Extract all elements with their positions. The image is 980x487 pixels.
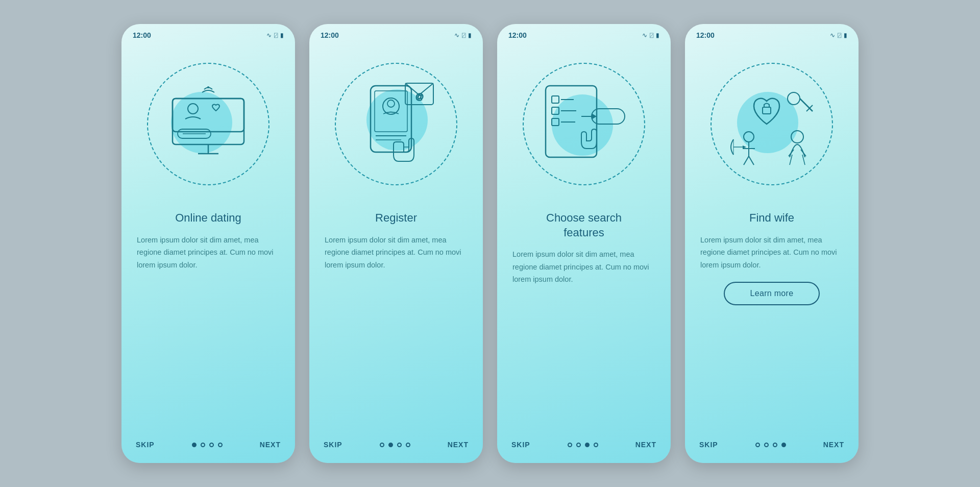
- phone-4: 12:00 ∿ ⍁ ▮: [685, 24, 859, 463]
- battery-icon-4: ▮: [844, 32, 847, 39]
- bottom-nav-1: SKIP NEXT: [121, 431, 295, 463]
- skip-3[interactable]: SKIP: [511, 441, 530, 449]
- content-area-1: Online dating Lorem ipsum dolor sit dim …: [121, 206, 295, 431]
- svg-line-36: [749, 156, 754, 165]
- illustration-svg-3: [530, 76, 638, 173]
- dot-2-4: [406, 443, 410, 447]
- bottom-nav-4: SKIP NEXT: [685, 431, 859, 463]
- dot-1-3: [209, 443, 214, 447]
- dashed-circle-1: [147, 63, 270, 185]
- screen-title-4: Find wife: [700, 211, 843, 226]
- svg-point-28: [788, 92, 800, 105]
- svg-rect-27: [763, 107, 771, 114]
- phone-3: 12:00 ∿ ⍁ ▮: [497, 24, 671, 463]
- illustration-svg-2: @: [345, 76, 447, 173]
- svg-rect-18: [552, 96, 559, 103]
- wifi-icon-1: ∿: [266, 32, 272, 39]
- signal-icon-3: ⍁: [650, 32, 653, 39]
- dashed-circle-2: @: [335, 63, 457, 185]
- dashed-circle-4: [710, 63, 833, 185]
- phone-1: 12:00 ∿ ⍁ ▮: [121, 24, 295, 463]
- wifi-icon-2: ∿: [454, 32, 459, 39]
- time-1: 12:00: [133, 31, 151, 39]
- skip-4[interactable]: SKIP: [699, 441, 718, 449]
- illustration-4: [685, 42, 859, 206]
- svg-rect-9: [375, 91, 407, 132]
- illustration-3: [497, 42, 671, 206]
- svg-rect-20: [552, 107, 559, 114]
- status-bar-2: 12:00 ∿ ⍁ ▮: [309, 24, 483, 42]
- dot-1-2: [201, 443, 205, 447]
- svg-point-32: [744, 132, 754, 142]
- status-icons-1: ∿ ⍁ ▮: [266, 32, 284, 39]
- wifi-icon-3: ∿: [642, 32, 647, 39]
- screen-body-1: Lorem ipsum dolor sit dim amet, mea regi…: [137, 234, 280, 272]
- svg-line-42: [801, 150, 806, 156]
- svg-point-11: [387, 100, 395, 107]
- svg-line-35: [744, 156, 749, 165]
- dot-4-2: [764, 443, 769, 447]
- illustration-2: @: [309, 42, 483, 206]
- next-2[interactable]: NEXT: [448, 441, 469, 449]
- status-icons-4: ∿ ⍁ ▮: [830, 32, 847, 39]
- dot-3-2: [576, 443, 581, 447]
- dots-1: [192, 443, 223, 447]
- screen-body-3: Lorem ipsum dolor sit dim amet, mea regi…: [512, 248, 655, 286]
- dot-1-1: [192, 443, 197, 447]
- svg-line-29: [800, 99, 813, 111]
- svg-point-40: [791, 131, 803, 143]
- battery-icon-3: ▮: [656, 32, 659, 39]
- next-4[interactable]: NEXT: [823, 441, 844, 449]
- screen-body-2: Lorem ipsum dolor sit dim amet, mea regi…: [325, 234, 468, 272]
- dot-3-1: [568, 443, 572, 447]
- svg-text:@: @: [415, 92, 424, 101]
- bottom-nav-2: SKIP NEXT: [309, 431, 483, 463]
- signal-icon-2: ⍁: [462, 32, 465, 39]
- dot-4-4: [781, 443, 786, 447]
- content-area-2: Register Lorem ipsum dolor sit dim amet,…: [309, 206, 483, 431]
- bottom-nav-3: SKIP NEXT: [497, 431, 671, 463]
- dots-4: [755, 443, 786, 447]
- dot-3-4: [594, 443, 598, 447]
- screen-title-2: Register: [325, 211, 468, 226]
- svg-marker-26: [592, 113, 597, 119]
- dot-2-1: [380, 443, 384, 447]
- illustration-svg-1: [157, 78, 259, 170]
- svg-rect-1: [173, 99, 244, 132]
- skip-1[interactable]: SKIP: [136, 441, 155, 449]
- dot-2-2: [388, 443, 393, 447]
- status-bar-1: 12:00 ∿ ⍁ ▮: [121, 24, 295, 42]
- dots-3: [568, 443, 598, 447]
- screen-title-3: Choose search features: [512, 211, 655, 240]
- next-1[interactable]: NEXT: [260, 441, 281, 449]
- battery-icon-1: ▮: [280, 32, 284, 39]
- dot-3-3: [585, 443, 590, 447]
- dot-4-3: [773, 443, 777, 447]
- learn-more-button[interactable]: Learn more: [724, 282, 820, 305]
- screen-body-4: Lorem ipsum dolor sit dim amet, mea regi…: [700, 234, 843, 272]
- status-bar-4: 12:00 ∿ ⍁ ▮: [685, 24, 859, 42]
- svg-point-5: [207, 86, 209, 88]
- phone-2: 12:00 ∿ ⍁ ▮: [309, 24, 483, 463]
- svg-line-41: [789, 150, 794, 156]
- content-area-4: Find wife Lorem ipsum dolor sit dim amet…: [685, 206, 859, 431]
- dashed-circle-3: [523, 63, 645, 185]
- content-area-3: Choose search features Lorem ipsum dolor…: [497, 206, 671, 431]
- battery-icon-2: ▮: [468, 32, 472, 39]
- phones-container: 12:00 ∿ ⍁ ▮: [121, 24, 859, 463]
- time-3: 12:00: [508, 31, 527, 39]
- status-icons-2: ∿ ⍁ ▮: [454, 32, 472, 39]
- time-2: 12:00: [321, 31, 339, 39]
- next-3[interactable]: NEXT: [635, 441, 656, 449]
- skip-2[interactable]: SKIP: [324, 441, 342, 449]
- dot-4-1: [755, 443, 760, 447]
- svg-line-31: [806, 108, 810, 111]
- illustration-1: [121, 42, 295, 206]
- status-bar-3: 12:00 ∿ ⍁ ▮: [497, 24, 671, 42]
- status-icons-3: ∿ ⍁ ▮: [642, 32, 659, 39]
- svg-rect-22: [552, 118, 559, 126]
- screen-title-1: Online dating: [137, 211, 280, 226]
- signal-icon-4: ⍁: [838, 32, 841, 39]
- wifi-icon-4: ∿: [830, 32, 835, 39]
- dot-2-3: [397, 443, 402, 447]
